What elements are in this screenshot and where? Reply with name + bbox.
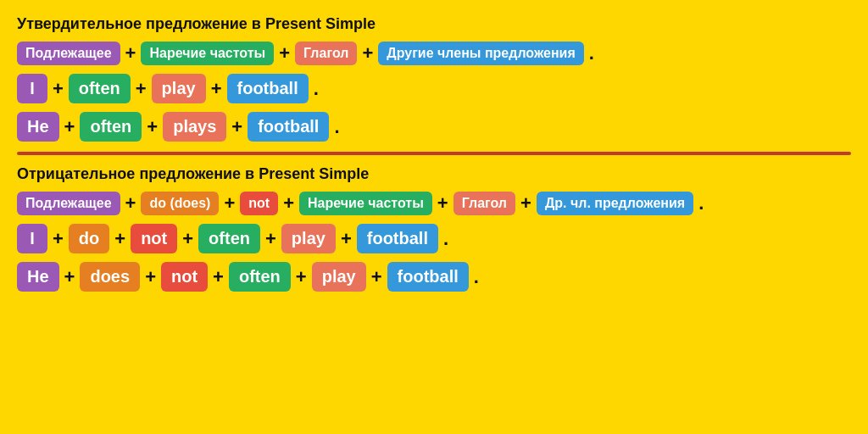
plus: + <box>213 266 224 288</box>
section1-title: Утвердительное предложение в Present Sim… <box>17 15 851 33</box>
section2: Отрицательное предложение в Present Simp… <box>17 165 851 292</box>
section1: Утвердительное предложение в Present Sim… <box>17 15 851 142</box>
plus: + <box>437 192 448 214</box>
plus: + <box>296 266 307 288</box>
section1-formula: Подлежащее + Наречие частоты + Глагол + … <box>17 42 851 65</box>
token-football3: football <box>357 224 438 253</box>
token-he: He <box>17 112 59 142</box>
plus: + <box>265 228 276 250</box>
plus: + <box>53 228 64 250</box>
token-often4: often <box>229 262 291 292</box>
plus: + <box>279 42 290 64</box>
section2-formula: Подлежащее + do (does) + not + Наречие ч… <box>17 192 851 215</box>
token-often3: often <box>198 224 260 253</box>
plus: + <box>362 42 373 64</box>
token-does: does <box>80 262 140 292</box>
plus: + <box>136 78 147 100</box>
dot: . <box>474 266 479 288</box>
token-play3: play <box>312 262 366 292</box>
token-i2: I <box>17 224 47 253</box>
plus: + <box>64 116 75 138</box>
plus: + <box>371 266 382 288</box>
token-verb1: Глагол <box>295 42 357 65</box>
token-not2: not <box>161 262 208 292</box>
plus: + <box>64 266 75 288</box>
token-verb2: Глагол <box>453 192 515 215</box>
plus: + <box>53 78 64 100</box>
section2-title: Отрицательное предложение в Present Simp… <box>17 165 851 183</box>
plus: + <box>145 266 156 288</box>
plus: + <box>125 42 136 64</box>
plus: + <box>520 192 531 214</box>
token-plays: plays <box>163 112 226 142</box>
plus: + <box>211 78 222 100</box>
plus: + <box>283 192 294 214</box>
token-other1: Другие члены предложения <box>378 42 584 65</box>
token-often1: often <box>69 74 131 103</box>
token-other2: Др. чл. предложения <box>537 192 693 215</box>
token-subject1: Подлежащее <box>17 42 120 65</box>
token-play1: play <box>152 74 206 103</box>
token-adverb1: Наречие частоты <box>141 42 274 65</box>
dot: . <box>698 192 704 214</box>
dot: . <box>443 228 448 250</box>
plus: + <box>224 192 235 214</box>
token-football4: football <box>387 262 469 292</box>
token-he2: He <box>17 262 59 292</box>
plus: + <box>182 228 193 250</box>
token-do: do <box>69 224 109 253</box>
section-divider <box>17 152 851 155</box>
plus: + <box>341 228 352 250</box>
token-adverb2: Наречие частоты <box>299 192 432 215</box>
section1-example1: I + often + play + football . <box>17 74 851 103</box>
token-not-formula: not <box>240 192 278 215</box>
token-football1: football <box>227 74 309 103</box>
dot: . <box>314 78 319 100</box>
token-often2: often <box>80 112 142 142</box>
plus: + <box>231 116 242 138</box>
plus: + <box>125 192 136 214</box>
token-dodoes: do (does) <box>141 192 219 215</box>
section2-example2: He + does + not + often + play + footbal… <box>17 262 851 292</box>
token-play2: play <box>281 224 336 253</box>
dot: . <box>334 116 339 138</box>
section1-example2: He + often + plays + football . <box>17 112 851 142</box>
dot: . <box>589 42 594 64</box>
token-subject2: Подлежащее <box>17 192 120 215</box>
plus: + <box>114 228 125 250</box>
plus: + <box>147 116 158 138</box>
token-not1: not <box>131 224 177 253</box>
token-football2: football <box>248 112 329 142</box>
token-i: I <box>17 74 47 103</box>
section2-example1: I + do + not + often + play + football . <box>17 224 851 253</box>
